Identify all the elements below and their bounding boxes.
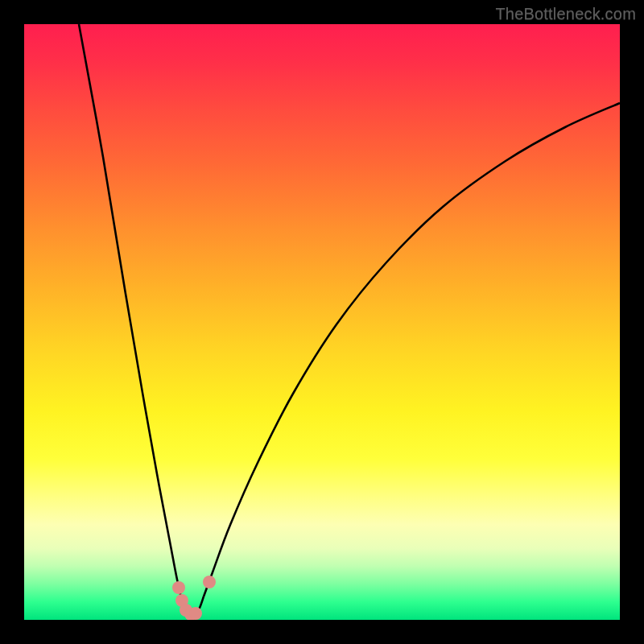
marker-dot bbox=[172, 581, 185, 594]
marker-dot bbox=[189, 607, 202, 620]
right-curve bbox=[204, 103, 620, 597]
marker-dot bbox=[203, 576, 216, 588]
highlighted-points bbox=[172, 576, 216, 620]
curve-layer bbox=[24, 24, 620, 620]
plot-area bbox=[24, 24, 620, 620]
watermark-text: TheBottleneck.com bbox=[495, 5, 636, 23]
left-curve bbox=[79, 24, 204, 615]
chart-frame: TheBottleneck.com bbox=[0, 0, 644, 644]
